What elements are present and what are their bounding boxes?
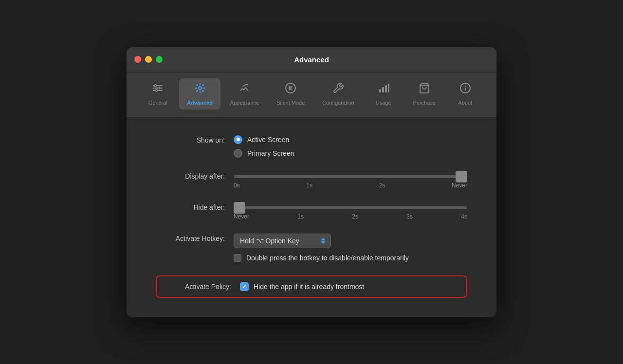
app-window: Advanced General [127,47,496,317]
svg-rect-9 [382,87,384,92]
tab-purchase-label: Purchase [413,100,435,106]
configuration-icon [332,82,344,97]
tab-purchase[interactable]: Purchase [405,78,444,109]
show-on-control: Active Screen Primary Screen [234,135,467,158]
hide-after-control: Never 1s 2s 3s 4s [234,202,467,220]
toolbar: General Advanced Appearance [127,73,496,118]
dropdown-down-icon [321,241,326,244]
tab-general-label: General [148,100,167,106]
svg-rect-11 [388,84,389,92]
double-press-label: Double press the hotkey to disable/enabl… [246,254,409,262]
display-after-label: Display after: [156,171,234,180]
display-after-tick-2: 2s [379,182,385,189]
svg-point-7 [246,84,248,85]
tab-configuration-label: Configuration [322,100,354,106]
tab-about[interactable]: About [446,78,485,109]
hide-after-labels: Never 1s 2s 3s 4s [234,213,467,220]
close-button[interactable] [134,56,141,63]
content-area: Show on: Active Screen Primary Screen Di… [127,118,496,317]
display-after-slider[interactable] [234,175,467,178]
activate-hotkey-label: Activate Hotkey: [156,234,234,242]
activate-policy-checkbox[interactable] [240,282,249,291]
tab-usage[interactable]: Usage [364,78,403,109]
svg-point-3 [154,85,156,87]
tab-about-label: About [458,100,472,106]
active-screen-label: Active Screen [247,136,289,144]
dropdown-up-icon [321,238,326,240]
tab-advanced-label: Advanced [187,100,213,106]
tab-appearance-label: Appearance [230,100,259,106]
minimize-button[interactable] [145,56,152,63]
svg-rect-8 [379,89,381,92]
primary-screen-label: Primary Screen [247,149,294,157]
hide-after-tick-1: 1s [297,213,304,220]
tab-appearance[interactable]: Appearance [222,78,267,109]
double-press-checkbox[interactable] [234,254,241,262]
hotkey-dropdown[interactable]: Hold ⌥ Option Key [234,234,331,248]
hide-after-row: Hide after: Never 1s 2s 3s 4s [156,202,467,220]
active-screen-option[interactable]: Active Screen [234,135,467,144]
appearance-icon [239,82,251,97]
display-after-tick-0: 0s [234,182,240,189]
tab-general[interactable]: General [138,78,177,109]
tab-silent-mode-label: Silent Mode [276,100,305,106]
svg-point-4 [158,87,160,89]
display-after-tick-3: Never [452,182,467,189]
svg-point-5 [155,90,157,91]
svg-point-6 [199,87,202,90]
double-press-row: Double press the hotkey to disable/enabl… [234,254,467,262]
primary-screen-option[interactable]: Primary Screen [234,149,467,158]
hide-after-slider[interactable] [234,206,467,209]
activate-hotkey-control: Hold ⌥ Option Key Double press the hotke… [234,234,467,262]
maximize-button[interactable] [156,56,163,63]
hide-after-tick-2: 2s [352,213,358,220]
hide-after-tick-0: Never [234,213,249,220]
display-after-control: 0s 1s 2s Never [234,171,467,189]
display-after-labels: 0s 1s 2s Never [234,182,467,189]
activate-policy-row: Activate Policy: Hide the app if it is a… [156,275,467,298]
hide-after-label: Hide after: [156,202,234,211]
show-on-row: Show on: Active Screen Primary Screen [156,135,467,158]
active-screen-radio[interactable] [234,135,242,144]
hide-after-tick-4: 4s [461,213,467,220]
tab-configuration[interactable]: Configuration [314,78,362,109]
advanced-icon [194,82,206,97]
usage-icon [378,82,389,97]
about-icon [459,82,471,97]
tab-silent-mode[interactable]: Silent Mode [269,78,312,109]
svg-rect-10 [385,85,387,92]
show-on-label: Show on: [156,135,234,144]
hide-after-tick-3: 3s [406,213,413,220]
silent-mode-icon [285,82,296,97]
activate-policy-value: Hide the app if it is already frontmost [254,283,364,291]
primary-screen-radio[interactable] [234,149,242,158]
svg-point-16 [465,86,466,87]
general-icon [152,82,164,97]
window-title: Advanced [294,55,329,64]
purchase-icon [419,82,430,97]
activate-hotkey-row: Activate Hotkey: Hold ⌥ Option Key Doubl… [156,234,467,262]
traffic-lights [134,56,163,63]
hotkey-dropdown-value: Hold ⌥ Option Key [240,237,299,245]
tab-usage-label: Usage [376,100,391,106]
tab-advanced[interactable]: Advanced [179,78,220,109]
display-after-row: Display after: 0s 1s 2s Never [156,171,467,189]
display-after-tick-1: 1s [306,182,312,189]
dropdown-arrows-icon [321,238,326,244]
activate-policy-label: Activate Policy: [165,283,240,291]
titlebar: Advanced [127,47,496,73]
